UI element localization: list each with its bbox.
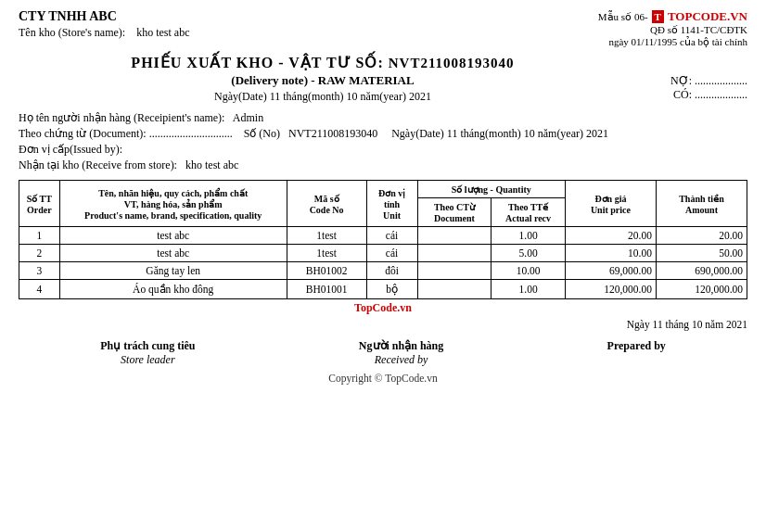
cell-name: test abc <box>59 227 287 245</box>
cell-price: 20.00 <box>565 227 656 245</box>
store-name-value: kho test abc <box>136 26 189 39</box>
cell-amount: 120,000.00 <box>656 280 747 299</box>
cell-qty-act: 1.00 <box>492 227 566 245</box>
sig2-subtitle: Received by <box>359 353 443 367</box>
cell-price: 120,000.00 <box>565 280 656 299</box>
header-code: Mã sốCode No <box>287 181 366 227</box>
cell-name: test abc <box>59 245 287 262</box>
top-right-info: Mẫu số 06- T TOPCODE.VN QĐ số 1141-TC/CĐ… <box>598 9 747 48</box>
header-unit: Đơn vị tínhUnit <box>366 181 417 227</box>
cell-name: Găng tay len <box>59 262 287 280</box>
footer-sigs: Phụ trách cung tiêu Store leader Người n… <box>19 339 747 367</box>
store-name-line: Tên kho (Store's name): kho test abc <box>19 26 189 40</box>
receive-line: Nhận tại kho (Receive from store): kho t… <box>19 158 747 172</box>
sig2-title: Người nhận hàng <box>359 339 443 353</box>
sig-block-1: Phụ trách cung tiêu Store leader <box>100 339 195 367</box>
table-row: 4 Áo quần kho đông BH01001 bộ 1.00 120,0… <box>19 280 747 299</box>
logo-text: TOPCODE.VN <box>668 9 747 24</box>
doc-date: Ngày(Date) 11 tháng(month) 10 năm(year) … <box>19 90 627 104</box>
cell-qty-doc <box>417 262 492 280</box>
cell-code: BH01002 <box>287 262 366 280</box>
cell-qty-doc <box>417 227 492 245</box>
header-stt: Số TT Order <box>19 181 60 227</box>
header-price: Đơn giáUnit price <box>565 181 656 227</box>
cell-code: 1test <box>287 245 366 262</box>
doc-main-title: PHIẾU XUẤT KHO - VẬT TƯ SỐ: NVT211008193… <box>19 54 627 71</box>
table-row: 3 Găng tay len BH01002 đôi 10.00 69,000.… <box>19 262 747 280</box>
cell-unit: cái <box>366 245 417 262</box>
cell-qty-doc <box>417 280 492 299</box>
main-table: Số TT Order Tên, nhãn hiệu, quy cách, ph… <box>19 180 747 299</box>
header-amount: Thành tiềnAmount <box>656 181 747 227</box>
cell-unit: cái <box>366 227 417 245</box>
sig1-subtitle: Store leader <box>100 353 195 367</box>
cell-qty-act: 5.00 <box>492 245 566 262</box>
doc-subtitle: (Delivery note) - RAW MATERIAL <box>19 73 627 88</box>
no-line: NỢ: ................... <box>627 74 747 88</box>
cell-qty-act: 10.00 <box>492 262 566 280</box>
cell-code: BH01001 <box>287 280 366 299</box>
store-label: Tên kho (Store's name): <box>19 26 125 39</box>
recipient-line: Họ tên người nhận hàng (Receipient's nam… <box>19 111 747 125</box>
cell-unit: đôi <box>366 262 417 280</box>
document-line: Theo chứng từ (Document): ..............… <box>19 127 747 141</box>
sig-block-2: Người nhận hàng Received by <box>359 339 443 367</box>
header-qty-doc: Theo CTừDocument <box>417 198 492 227</box>
cell-amount: 690,000.00 <box>656 262 747 280</box>
co-line: CÓ: ................... <box>627 88 747 102</box>
cell-price: 69,000.00 <box>565 262 656 280</box>
footer-date: Ngày 11 tháng 10 năm 2021 <box>19 319 747 330</box>
company-name: CTY TNHH ABC <box>19 9 189 24</box>
cell-unit: bộ <box>366 280 417 299</box>
watermark-text: TopCode.vn <box>19 301 747 315</box>
sig-block-3: Prepared by <box>607 339 666 367</box>
no-co-section: NỢ: ................... CÓ: ............… <box>627 74 747 102</box>
sig3-title: Prepared by <box>607 339 666 353</box>
ngay-qd: ngày 01/11/1995 của bộ tài chính <box>598 36 747 48</box>
sig1-title: Phụ trách cung tiêu <box>100 339 195 353</box>
cell-stt: 2 <box>19 245 60 262</box>
cell-code: 1test <box>287 227 366 245</box>
cell-name: Áo quần kho đông <box>59 280 287 299</box>
issued-line: Đơn vị cấp(Issued by): <box>19 143 747 157</box>
cell-amount: 50.00 <box>656 245 747 262</box>
cell-amount: 20.00 <box>656 227 747 245</box>
qd-so: QĐ số 1141-TC/CĐTK <box>598 24 747 36</box>
table-row: 2 test abc 1test cái 5.00 10.00 50.00 <box>19 245 747 262</box>
mau-so-text: Mẫu số 06- <box>598 11 648 23</box>
copyright: Copyright © TopCode.vn <box>19 373 747 384</box>
cell-qty-doc <box>417 245 492 262</box>
cell-price: 10.00 <box>565 245 656 262</box>
cell-stt: 3 <box>19 262 60 280</box>
table-row: 1 test abc 1test cái 1.00 20.00 20.00 <box>19 227 747 245</box>
header-qty-act: Theo TTếActual recv <box>492 198 566 227</box>
logo-box: T <box>652 10 664 23</box>
header-name: Tên, nhãn hiệu, quy cách, phẩm chấtVT, h… <box>59 181 287 227</box>
cell-qty-act: 1.00 <box>492 280 566 299</box>
cell-stt: 4 <box>19 280 60 299</box>
info-section: Họ tên người nhận hàng (Receipient's nam… <box>19 111 747 172</box>
header-qty-group: Số lượng - Quantity <box>417 181 565 198</box>
cell-stt: 1 <box>19 227 60 245</box>
